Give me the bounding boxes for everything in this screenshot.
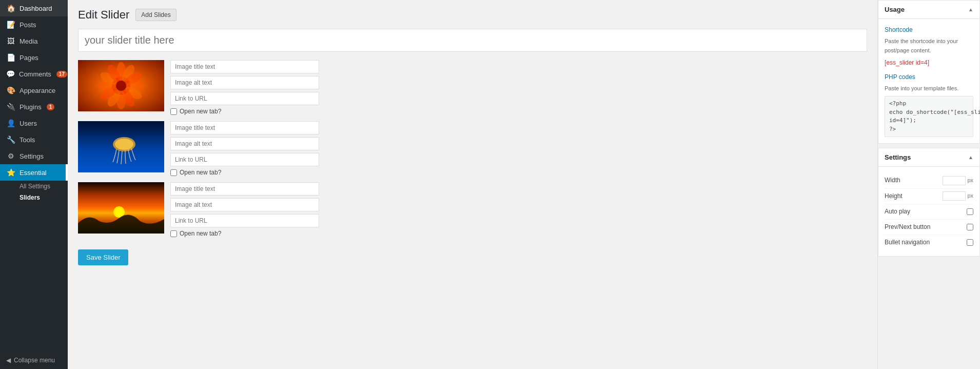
slide-fields-2: Open new tab?	[170, 121, 867, 176]
content-area: Edit Slider Add Slides	[68, 0, 980, 369]
settings-width-row: Width px	[885, 173, 973, 188]
php-code-block: <?php echo do_shortcode("[ess_slider id=…	[885, 96, 973, 137]
autoplay-checkbox[interactable]	[967, 208, 973, 215]
main-content: Edit Slider Add Slides	[68, 0, 980, 369]
sidebar-item-pages[interactable]: 📄 Pages	[0, 49, 68, 66]
autoplay-label: Auto play	[885, 207, 910, 217]
slide-row: Open new tab?	[78, 60, 867, 115]
essential-icon: ⭐	[6, 168, 15, 177]
settings-icon: ⚙	[6, 152, 15, 160]
settings-height-row: Height px	[885, 189, 973, 204]
add-slides-button[interactable]: Add Slides	[135, 9, 176, 21]
width-input-group: px	[943, 176, 973, 185]
sidebar-item-dashboard[interactable]: 🏠 Dashboard	[0, 0, 68, 16]
page-title: Edit Slider	[78, 8, 129, 22]
posts-icon: 📝	[6, 21, 15, 29]
settings-body: Width px Height px Aut	[878, 167, 979, 256]
media-icon: 🖼	[6, 37, 15, 45]
bullet-label: Bullet navigation	[885, 238, 930, 247]
sidebar-item-comments[interactable]: 💬 Comments 17	[0, 66, 68, 82]
comments-icon: 💬	[6, 70, 15, 78]
sidebar-item-label: Media	[19, 37, 37, 45]
slide-3-title-input[interactable]	[170, 182, 319, 196]
slide-2-newtab-checkbox[interactable]	[170, 169, 177, 176]
slider-title-input[interactable]	[78, 29, 867, 52]
slide-1-title-input[interactable]	[170, 60, 319, 73]
slide-3-link-input[interactable]	[170, 214, 319, 227]
sidebar-item-users[interactable]: 👤 Users	[0, 115, 68, 131]
usage-header[interactable]: Usage ▲	[878, 1, 979, 19]
php-desc: Paste into your template files.	[885, 84, 973, 93]
sidebar-item-appearance[interactable]: 🎨 Appearance	[0, 82, 68, 99]
height-input[interactable]	[943, 191, 966, 201]
shortcode-value[interactable]: [ess_slider id=4]	[885, 58, 973, 68]
php-codes-link[interactable]: PHP codes	[885, 72, 973, 82]
sidebar-sub-label: Sliders	[19, 194, 40, 201]
settings-section: Settings ▲ Width px Height	[878, 148, 980, 257]
height-input-group: px	[943, 191, 973, 201]
editor: Edit Slider Add Slides	[68, 0, 877, 369]
plugins-badge: 1	[47, 104, 55, 110]
svg-point-20	[115, 208, 123, 216]
page-title-row: Edit Slider Add Slides	[78, 8, 867, 22]
sidebar-item-label: Dashboard	[19, 5, 52, 12]
slide-thumbnail-3	[78, 182, 164, 234]
usage-title: Usage	[885, 6, 905, 13]
sidebar-sub-label: All Settings	[19, 183, 50, 190]
slide-1-newtab-checkbox[interactable]	[170, 108, 177, 115]
sidebar: 🏠 Dashboard 📝 Posts 🖼 Media 📄 Pages 💬 Co…	[0, 0, 68, 369]
slide-thumbnail-2	[78, 121, 164, 172]
sidebar-item-media[interactable]: 🖼 Media	[0, 33, 68, 49]
slide-2-alt-input[interactable]	[170, 137, 319, 150]
pages-icon: 📄	[6, 53, 15, 62]
sidebar-item-label: Settings	[19, 152, 44, 160]
sidebar-item-label: Essential	[19, 169, 47, 177]
sidebar-item-posts[interactable]: 📝 Posts	[0, 16, 68, 33]
slide-2-link-input[interactable]	[170, 153, 319, 166]
collapse-label: Collapse menu	[14, 357, 55, 364]
sidebar-item-plugins[interactable]: 🔌 Plugins 1	[0, 99, 68, 115]
plugins-icon: 🔌	[6, 103, 15, 111]
slide-1-newtab-label: Open new tab?	[180, 108, 221, 115]
sidebar-item-label: Users	[19, 120, 37, 127]
bullet-checkbox[interactable]	[967, 239, 973, 246]
slide-3-newtab-label: Open new tab?	[180, 230, 221, 237]
slide-2-newtab-label: Open new tab?	[180, 169, 221, 176]
settings-header[interactable]: Settings ▲	[878, 148, 979, 167]
slide-1-link-input[interactable]	[170, 92, 319, 105]
sidebar-item-label: Posts	[19, 21, 36, 29]
settings-chevron-icon: ▲	[968, 154, 973, 160]
sidebar-sub-sliders[interactable]: Sliders	[0, 192, 68, 203]
slide-2-title-input[interactable]	[170, 121, 319, 134]
shortcode-link[interactable]: Shortcode	[885, 26, 913, 33]
sidebar-item-settings[interactable]: ⚙ Settings	[0, 148, 68, 164]
sidebar-item-label: Tools	[19, 136, 35, 144]
sidebar-item-label: Appearance	[19, 87, 55, 94]
prevnext-label: Prev/Next button	[885, 222, 930, 232]
sidebar-sub-all-settings[interactable]: All Settings	[0, 181, 68, 192]
comments-badge: 17	[56, 71, 67, 77]
collapse-menu-button[interactable]: ◀ Collapse menu	[0, 352, 68, 369]
dashboard-icon: 🏠	[6, 4, 15, 12]
tools-icon: 🔧	[6, 135, 15, 144]
svg-point-2	[116, 81, 126, 91]
prevnext-checkbox[interactable]	[967, 224, 973, 230]
width-label: Width	[885, 176, 900, 185]
usage-body: Shortcode Paste the shortcode into your …	[878, 19, 979, 143]
sidebar-item-tools[interactable]: 🔧 Tools	[0, 131, 68, 148]
users-icon: 👤	[6, 119, 15, 127]
slide-fields-3: Open new tab?	[170, 182, 867, 237]
width-input[interactable]	[943, 176, 966, 185]
slide-fields-1: Open new tab?	[170, 60, 867, 115]
sidebar-item-label: Plugins	[19, 103, 42, 111]
sidebar-item-essential[interactable]: ⭐ Essential	[0, 164, 68, 181]
slide-1-alt-input[interactable]	[170, 76, 319, 89]
settings-bullet-row: Bullet navigation	[885, 235, 973, 250]
usage-chevron-icon: ▲	[968, 7, 973, 12]
save-slider-button[interactable]: Save Slider	[78, 249, 128, 265]
settings-autoplay-row: Auto play	[885, 204, 973, 220]
slide-2-newtab-row: Open new tab?	[170, 169, 867, 176]
slide-3-newtab-checkbox[interactable]	[170, 230, 177, 237]
slide-3-alt-input[interactable]	[170, 198, 319, 211]
slide-3-newtab-row: Open new tab?	[170, 230, 867, 237]
